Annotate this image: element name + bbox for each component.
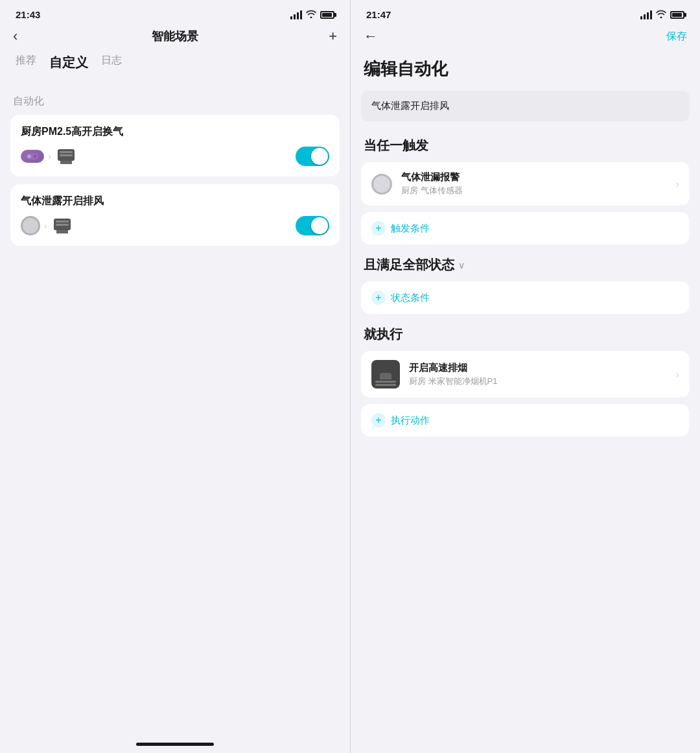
add-button-left[interactable]: + <box>318 28 337 45</box>
svg-point-2 <box>34 155 36 158</box>
trigger-arrow: › <box>676 179 679 189</box>
back-button-left[interactable]: ‹ <box>13 28 32 45</box>
tab-bar-left: 推荐 自定义 日志 <box>0 51 350 80</box>
nav-title-left: 智能场景 <box>152 29 198 44</box>
svg-point-1 <box>27 154 31 158</box>
add-execute-row[interactable]: + 执行动作 <box>361 404 690 436</box>
fan-device-icon-1 <box>55 149 77 164</box>
condition-section-title: 且满足全部状态 <box>364 256 454 274</box>
trigger-section-title: 当任一触发 <box>351 132 700 162</box>
automation-1-row: › <box>21 147 329 166</box>
tab-recommend[interactable]: 推荐 <box>16 54 36 73</box>
toggle-2[interactable] <box>296 216 329 235</box>
time-right: 21:47 <box>366 9 391 20</box>
nav-bar-left: ‹ 智能场景 + <box>0 24 350 51</box>
status-bar-right: 21:47 <box>351 0 700 24</box>
nav-bar-right: ← 保存 <box>351 24 700 51</box>
trigger-item-card[interactable]: 气体泄漏报警 厨房 气体传感器 › <box>361 162 690 206</box>
battery-icon <box>320 11 334 19</box>
toggle-1[interactable] <box>296 147 329 166</box>
wifi-icon-right <box>656 10 666 20</box>
battery-icon-right <box>670 11 684 19</box>
execute-item-1[interactable]: 开启高速排烟 厨房 米家智能净烟机P1 › <box>361 351 690 398</box>
automation-name-field[interactable]: 气体泄露开启排风 <box>361 91 690 121</box>
trigger-item-1: 气体泄漏报警 厨房 气体传感器 › <box>371 171 679 197</box>
trigger-sensor-icon <box>371 174 392 195</box>
time-left: 21:43 <box>16 9 40 20</box>
tab-log[interactable]: 日志 <box>101 54 122 73</box>
execute-sub: 厨房 米家智能净烟机P1 <box>409 376 667 387</box>
condition-chevron-icon: ∨ <box>458 260 465 270</box>
wifi-icon <box>306 10 316 20</box>
home-bar-left <box>136 743 214 746</box>
home-indicator-left <box>0 735 350 753</box>
page-title-right: 编辑自动化 <box>351 51 700 91</box>
signal-icon-right <box>640 10 652 19</box>
right-content: 当任一触发 气体泄漏报警 厨房 气体传感器 › + 触发条件 且满足全部状态 ∨… <box>351 132 700 753</box>
arrow-icon-1: › <box>48 151 51 161</box>
add-condition-row[interactable]: + 状态条件 <box>361 281 690 314</box>
execute-section-title: 就执行 <box>351 320 700 351</box>
automation-2-title: 气体泄露开启排风 <box>21 195 329 208</box>
automation-1-icons: › <box>21 149 77 164</box>
section-title-automation: 自动化 <box>13 95 337 108</box>
back-button-right[interactable]: ← <box>364 28 383 45</box>
status-bar-left: 21:43 <box>0 0 350 24</box>
automation-2-icons: › <box>21 216 73 235</box>
add-trigger-plus-icon: + <box>371 221 386 235</box>
arrow-icon-2: › <box>44 221 47 231</box>
sensor-icon-1 <box>21 150 44 163</box>
add-execute-plus-icon: + <box>371 413 386 427</box>
execute-device-icon <box>371 360 400 388</box>
status-icons-left <box>290 10 334 20</box>
add-trigger-row[interactable]: + 触发条件 <box>361 212 690 245</box>
execute-name: 开启高速排烟 <box>409 362 667 374</box>
tab-custom[interactable]: 自定义 <box>49 54 88 73</box>
sensor-icon-2 <box>21 216 40 235</box>
execute-arrow: › <box>676 369 679 379</box>
trigger-sub: 厨房 气体传感器 <box>401 185 667 197</box>
save-button[interactable]: 保存 <box>666 30 687 43</box>
add-condition-plus-icon: + <box>371 291 386 305</box>
add-execute-label: 执行动作 <box>391 414 430 427</box>
automation-card-2[interactable]: 气体泄露开启排风 › <box>10 184 340 246</box>
left-phone-screen: 21:43 ‹ 智能场景 + 推 <box>0 0 350 753</box>
add-condition-label: 状态条件 <box>391 292 430 304</box>
signal-icon <box>290 10 302 19</box>
fan-device-icon-2 <box>51 219 73 233</box>
right-phone-screen: 21:47 ← 保存 编辑自动化 <box>350 0 700 753</box>
automation-2-row: › <box>21 216 329 235</box>
add-trigger-label: 触发条件 <box>391 222 430 235</box>
automation-card-1[interactable]: 厨房PM2.5高开启换气 › <box>10 115 340 176</box>
automation-1-title: 厨房PM2.5高开启换气 <box>21 125 329 139</box>
status-icons-right <box>640 10 684 20</box>
trigger-info: 气体泄漏报警 厨房 气体传感器 <box>401 171 667 197</box>
trigger-name: 气体泄漏报警 <box>401 171 667 184</box>
condition-section-header[interactable]: 且满足全部状态 ∨ <box>351 251 700 281</box>
left-content: 自动化 厨房PM2.5高开启换气 › <box>0 80 350 735</box>
execute-info: 开启高速排烟 厨房 米家智能净烟机P1 <box>409 362 667 387</box>
